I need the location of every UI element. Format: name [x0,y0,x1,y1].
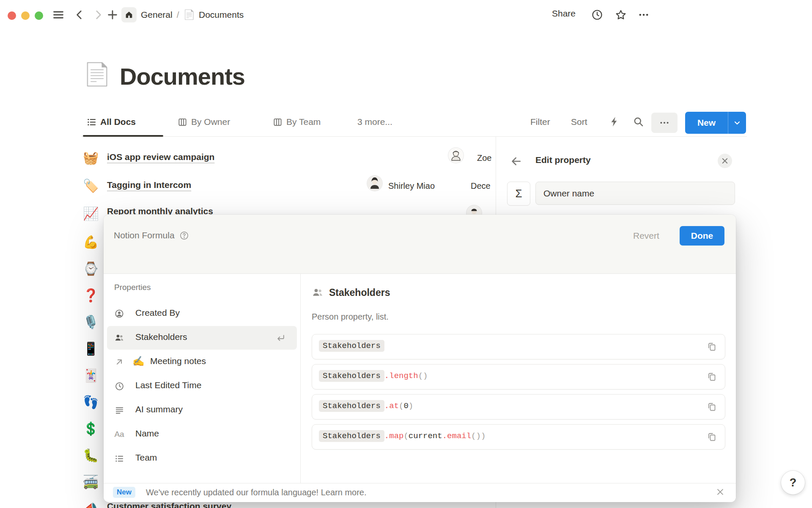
help-circle-icon[interactable] [179,231,189,240]
help-button[interactable]: ? [781,471,805,494]
property-name-input[interactable] [535,182,735,205]
banner-message[interactable]: We've recently updated our formula langu… [146,488,367,497]
formula-example-card[interactable]: Stakeholders.map(current.email()) [312,424,725,450]
tab-label: By Owner [191,117,230,127]
new-badge: New [113,487,135,498]
formula-example-card[interactable]: Stakeholders.length() [312,364,725,389]
copy-icon[interactable] [706,341,717,352]
row-emoji: 💲 [83,421,97,436]
row-emoji: 🧺 [83,150,99,165]
breadcrumb-section[interactable]: General [141,10,173,20]
property-item-ai-summary[interactable]: AI summary [107,398,297,422]
board-view-icon [178,117,187,127]
updates-clock-icon[interactable] [590,8,604,22]
new-tab-icon[interactable] [106,8,119,22]
property-item-last-edited-time[interactable]: Last Edited Time [107,374,297,398]
sort-button[interactable]: Sort [571,117,587,127]
row-title[interactable]: Customer satisfaction survey [107,501,231,508]
more-options-icon[interactable] [637,8,650,22]
tab-more-views[interactable]: 3 more... [357,117,392,127]
copy-icon[interactable] [706,431,717,442]
close-icon[interactable] [718,154,732,168]
row-owner: Zoe [477,153,491,163]
revert-button[interactable]: Revert [633,231,659,241]
done-button[interactable]: Done [680,226,724,246]
property-label: AI summary [135,404,183,414]
row-emoji: ⌚ [83,261,97,276]
tab-by-owner[interactable]: By Owner [178,117,230,127]
page-title[interactable]: Documents [120,63,245,90]
nav-back-icon[interactable] [73,8,86,22]
chevron-down-icon[interactable] [728,119,746,127]
page-icon[interactable]: 📄 [83,59,111,89]
back-arrow-icon[interactable] [510,155,523,168]
traffic-light-minimize[interactable] [21,11,30,20]
formula-example-code: Stakeholders.at(0) [319,400,413,412]
property-detail-description: Person property, list. [312,312,389,322]
tab-label: 3 more... [357,117,392,127]
new-button-label: New [685,118,728,128]
traffic-light-zoom[interactable] [35,11,43,20]
pane-divider [300,274,301,483]
copy-icon[interactable] [706,371,717,382]
formula-title-row: Notion Formula [114,230,189,240]
nav-forward-icon[interactable] [91,8,105,22]
formula-header[interactable]: Notion Formula Revert Done [104,215,736,274]
share-button[interactable]: Share [552,8,576,19]
properties-heading: Properties [114,283,151,292]
text-lines-icon [114,405,124,415]
row-emoji: 👣 [83,395,97,409]
sidebar-toggle-icon[interactable] [52,8,65,22]
row-emoji: 💪 [83,235,97,249]
formula-example-card[interactable]: Stakeholders.at(0) [312,394,725,420]
edit-property-title: Edit property [535,155,591,165]
formula-example-card[interactable]: Stakeholders [312,334,725,359]
active-tab-underline [83,135,163,137]
property-label: Created By [135,308,180,318]
banner-close-icon[interactable] [716,487,725,497]
formula-example-code: Stakeholders.map(current.email()) [319,430,486,442]
row-title[interactable]: iOS app review campaign [107,152,214,162]
traffic-light-close[interactable] [8,11,16,20]
property-item-team[interactable]: Team [107,447,297,470]
breadcrumb-page[interactable]: Documents [199,10,244,20]
tab-all-docs[interactable]: All Docs [87,117,136,127]
formula-example-code: Stakeholders [319,340,384,352]
copy-icon[interactable] [706,401,717,412]
property-detail-title: Stakeholders [329,287,390,298]
property-token: Stakeholders [319,400,384,412]
view-options-button[interactable] [651,113,678,133]
property-item-created-by[interactable]: Created By [107,302,297,326]
people-icon [114,333,124,343]
new-button[interactable]: New [685,112,746,134]
enter-key-icon [275,333,286,343]
row-emoji: 🚎 [83,475,97,489]
tab-label: All Docs [100,117,136,127]
formula-title: Notion Formula [114,230,175,240]
table-row[interactable]: 🧺 iOS app review campaign Zoe [0,144,496,172]
title-aa-icon: Aa [114,429,124,439]
property-detail-header: Stakeholders [312,287,390,298]
search-icon[interactable] [633,116,644,127]
favorite-star-icon[interactable] [614,8,628,22]
window-topbar: General / 📄 Documents Share [0,0,812,30]
property-item-name[interactable]: Aa Name [107,422,297,446]
home-button[interactable] [121,7,137,22]
automations-bolt-icon[interactable] [609,116,620,127]
property-label: Team [135,453,157,463]
tab-by-team[interactable]: By Team [273,117,321,127]
table-row[interactable]: 🏷️ Tagging in Intercom Shirley Miao Dece [0,172,496,200]
property-label: Stakeholders [135,332,187,342]
row-title[interactable]: Tagging in Intercom [107,180,191,190]
property-label: Last Edited Time [135,380,201,390]
property-type-button[interactable]: Σ [507,182,530,206]
row-owner: Shirley Miao [388,181,435,191]
avatar [448,148,464,163]
row-emoji: 📱 [83,341,97,356]
formula-update-banner: New We've recently updated our formula l… [104,483,736,502]
breadcrumb-page-emoji: 📄 [184,9,195,20]
filter-button[interactable]: Filter [530,117,550,127]
property-item-stakeholders[interactable]: Stakeholders [107,326,297,350]
property-emoji: ✍️ [132,356,145,367]
property-item-meeting-notes[interactable]: ✍️ Meeting notes [107,350,297,374]
